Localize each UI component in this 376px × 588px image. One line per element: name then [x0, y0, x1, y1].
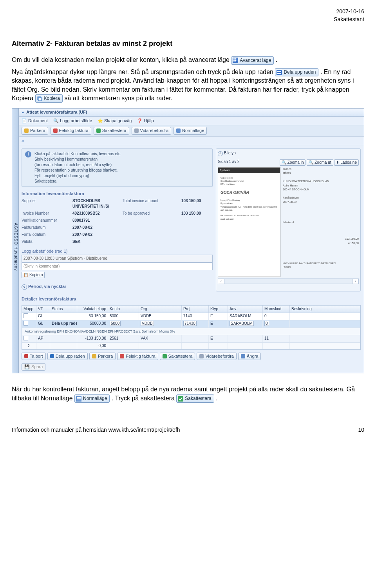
col-org: Org — [139, 306, 182, 313]
angra-button[interactable]: Ångra — [238, 353, 261, 360]
kopiera-button[interactable]: 📋Kopiera — [22, 272, 45, 278]
svg-rect-16 — [77, 398, 81, 399]
supplier-label: Supplier — [22, 198, 69, 209]
col-anv: Anv — [228, 306, 263, 313]
menu-hjalp[interactable]: ❓Hjälp — [137, 118, 154, 124]
p1-text: Om du vill dela kostnaden mellan projekt… — [12, 56, 231, 63]
svg-rect-8 — [235, 62, 236, 62]
vidarebefordra-button-2[interactable]: Vidarebefordra — [197, 353, 237, 360]
footer-text: Information och manualer på hemsidan www… — [12, 426, 180, 434]
scroll-right-icon[interactable]: › — [352, 279, 359, 284]
check-icon — [178, 396, 183, 402]
toolbar-vidarebefordra[interactable]: Vidarebefordra — [132, 127, 172, 134]
log-title: Logg arbetsflöde (rad 1) — [22, 248, 213, 254]
svg-rect-13 — [38, 98, 42, 101]
info-hint-box: i Klicka på fakturabild Kontrollera pris… — [22, 148, 213, 187]
table-header: Mapp VT Status Valutabelopp Konto Org Pr… — [22, 306, 360, 313]
paragraph-3: När du har kontrollerat fakturan, angett… — [12, 385, 364, 403]
svg-rect-6 — [237, 60, 237, 61]
period-section[interactable]: Period, via nycklar — [28, 284, 66, 289]
toolbar-sakattestera[interactable]: Sakattestera — [94, 127, 129, 134]
sakattestera-button-inline[interactable]: Sakattestera — [176, 394, 214, 403]
invoice-handwritten: GODA OM/HÄR — [221, 190, 278, 195]
p3b: . Tryck på sakattestera — [112, 395, 176, 402]
col-proj: Proj — [182, 306, 209, 313]
col-valutabelopp: Valutabelopp — [77, 306, 108, 313]
ta-bort-button[interactable]: Ta bort — [22, 353, 46, 360]
doc-role: Sakattestant — [334, 16, 364, 22]
svg-rect-11 — [277, 73, 281, 74]
info-line-1: Skriv beskrivning i kommentarsrutan — [34, 157, 121, 162]
menu-dokument[interactable]: 📄Dokument — [22, 118, 48, 124]
grid-icon — [233, 58, 238, 63]
list-icon — [76, 396, 81, 402]
dela-upp-raden-button[interactable]: Dela upp raden — [275, 68, 318, 76]
spara-button[interactable]: 💾Spara — [22, 363, 45, 371]
table-row[interactable]: GL Dela upp raden 50000,00 5000 VDDB 714… — [22, 320, 360, 328]
info-line-0: Klicka på fakturabild Kontrollera pris, … — [34, 151, 121, 157]
dela-upp-raden-button-2[interactable]: Dela upp raden — [47, 353, 88, 360]
parkera-button-2[interactable]: Parkera — [89, 353, 116, 360]
zoom-out-button[interactable]: 🔍Zooma ut — [307, 159, 333, 166]
col-konto: Konto — [108, 306, 139, 313]
approved-value: 103 150,00 — [181, 211, 213, 216]
paragraph-2: Nya åtgärdsknappar dyker upp längre ner.… — [12, 68, 364, 103]
page-number: 10 — [358, 426, 364, 434]
menu-skapa[interactable]: ⭐Skapa genväg — [98, 118, 132, 124]
zoom-in-button[interactable]: 🔍Zooma in — [280, 159, 306, 166]
menu-bar: 📄Dokument 🔍Logg arbetsflöde ⭐Skapa genvä… — [12, 117, 364, 125]
sakattestera-button-2[interactable]: Sakattestera — [160, 353, 195, 360]
p2c: så att kommentaren syns på alla rader. — [64, 95, 172, 101]
split-row-icon — [277, 70, 282, 75]
supplier-value: STOCKHOLMS UNIVERSITET IN /S/ — [72, 198, 119, 209]
sakattestera-label: Sakattestera — [185, 395, 211, 402]
avancerat-lage-label: Avancerat läge — [240, 57, 271, 64]
felaktig-button-2[interactable]: Felaktig faktura — [117, 353, 158, 360]
svg-rect-1 — [233, 58, 235, 60]
row-checkbox[interactable] — [24, 313, 28, 318]
avancerat-lage-button[interactable]: Avancerat läge — [231, 56, 274, 65]
normallage-label: Normalläge — [83, 395, 107, 402]
total-value: 103 150,00 — [181, 198, 213, 209]
info-line-4: Fyll i projekt (byt ut dummyproj) — [34, 173, 121, 179]
expand-icon[interactable]: » — [22, 110, 24, 114]
table-footbar: Ankomstregistrering EFH EKONOMIAVDELNING… — [22, 328, 360, 335]
toolbar-normallage[interactable]: Normalläge — [174, 127, 207, 134]
menu-logg[interactable]: 🔍Logg arbetsflöde — [53, 118, 92, 124]
expand2-icon[interactable]: » — [22, 138, 24, 144]
copy-icon — [37, 96, 42, 101]
download-button[interactable]: ⬇Ladda ne — [334, 159, 359, 166]
invoice-image[interactable]: Fysikum Vid referensStockholms universit… — [218, 167, 280, 277]
valuta-value: SEK — [72, 239, 119, 244]
dela-upp-label: Dela upp raden — [284, 69, 316, 76]
row-action-toolbar: Ta bort Dela upp raden Parkera Felaktig … — [12, 351, 364, 362]
valuta-label: Valuta — [22, 239, 69, 244]
row-checkbox[interactable] — [24, 321, 28, 326]
table-row-sum: Σ 0,00 — [22, 343, 360, 349]
comment-input[interactable]: (Skriv in kommentar) — [22, 262, 213, 270]
normallage-button-inline[interactable]: Normalläge — [74, 394, 110, 403]
scroll-left-icon[interactable]: ‹ — [218, 279, 224, 284]
kopiera-button-inline[interactable]: Kopiera — [35, 94, 63, 103]
svg-rect-7 — [233, 62, 235, 62]
paragraph-1: Om du vill dela kostnaden mellan projekt… — [12, 56, 364, 64]
col-vt: VT — [36, 306, 50, 313]
invoice-fields: Supplier STOCKHOLMS UNIVERSITET IN /S/ T… — [22, 198, 213, 244]
info-line-5: Sakattestera — [34, 179, 121, 184]
invnum-value: 40231009SB52 — [72, 211, 119, 216]
svg-rect-3 — [237, 58, 237, 60]
table-row[interactable]: AP -103 150,00 2561 VAX E 11 — [22, 335, 360, 343]
ffdat-value: 2007-09-02 — [72, 232, 119, 237]
ver-value: 80001791 — [72, 218, 119, 223]
table-row[interactable]: GL 53 150,00 5000 VDDB 7140 E SARABOLM 0 — [22, 313, 360, 320]
row-checkbox[interactable] — [24, 336, 28, 340]
app-screenshot: AGRESSO Huvudmeny » Attest leverantörsfa… — [12, 108, 364, 373]
total-label: Total invoice amount — [123, 198, 177, 209]
svg-rect-15 — [77, 397, 81, 398]
toolbar-felaktig[interactable]: Felaktig faktura — [51, 127, 91, 134]
agresso-sidebar[interactable]: AGRESSO Huvudmeny — [12, 109, 19, 373]
ffdat-label: Förfallodatum — [22, 232, 69, 237]
toolbar-parkera[interactable]: Parkera — [22, 127, 48, 134]
invoice-side-text: salinésstånés KUNGLIGA TEKNISKA HÖGSKOLA… — [283, 167, 359, 277]
app-title: Attest leverantörsfaktura (UF) — [26, 110, 87, 114]
